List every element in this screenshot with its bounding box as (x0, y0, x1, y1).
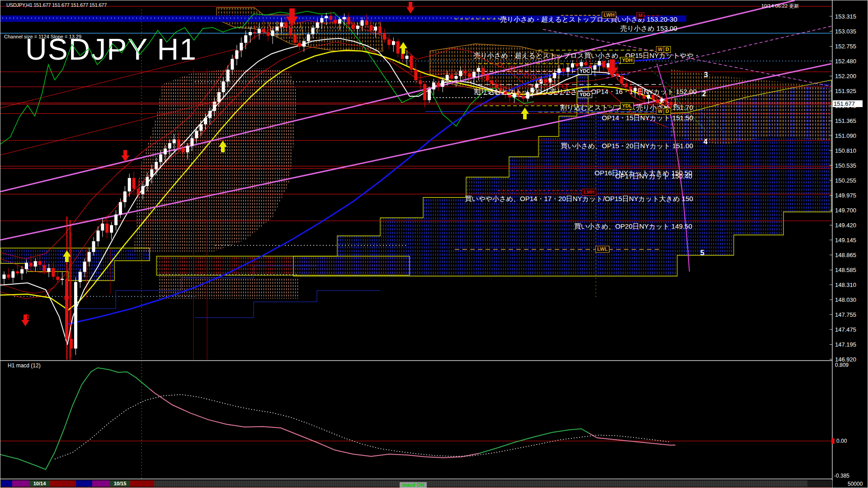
candle (302, 41, 306, 47)
candle (244, 35, 247, 43)
candle (217, 92, 221, 102)
candle (508, 95, 511, 98)
candle (177, 139, 180, 148)
candle (383, 33, 386, 39)
candle (629, 87, 632, 91)
candle (625, 84, 628, 87)
candle (16, 271, 19, 273)
candle (34, 261, 37, 267)
candle (419, 80, 422, 84)
candle (486, 75, 489, 80)
candle (369, 25, 373, 31)
candle (231, 59, 234, 70)
macd-toggle-button[interactable]: macd ON (400, 482, 427, 488)
candle (208, 111, 212, 118)
candle (638, 88, 641, 96)
candle (65, 279, 68, 339)
candle (29, 263, 33, 266)
candle (132, 178, 136, 189)
candle (280, 23, 283, 27)
mt4-chart-window[interactable]: USDJPY H1 Channel size = 1124 Slope = 13… (0, 0, 868, 488)
candle (633, 88, 637, 91)
candle (101, 224, 104, 230)
candle (173, 139, 176, 143)
ichimoku-cloud (159, 276, 299, 299)
candle (495, 84, 498, 88)
sell-arrow-icon (21, 314, 29, 326)
candle (293, 35, 297, 43)
candle (454, 76, 458, 79)
candle (307, 34, 310, 41)
candle (378, 27, 382, 33)
candle (647, 95, 650, 99)
candle (164, 149, 167, 155)
candle (414, 70, 417, 80)
candle (459, 71, 462, 76)
candle (602, 61, 605, 67)
candle (114, 215, 118, 225)
candle (74, 282, 77, 348)
candle (3, 275, 6, 279)
candle (593, 66, 596, 70)
candle (441, 80, 444, 87)
candle (361, 20, 364, 26)
candle (204, 118, 207, 124)
candle (240, 43, 243, 51)
candle (585, 62, 588, 66)
candle (446, 75, 449, 80)
candle (374, 27, 377, 30)
candle (52, 268, 55, 277)
candle (56, 277, 59, 280)
candle (338, 19, 341, 24)
candle (396, 41, 400, 53)
candle (271, 31, 274, 36)
candle (513, 93, 516, 98)
candle (141, 186, 144, 194)
candle (222, 81, 225, 92)
candle (535, 84, 538, 88)
candle (352, 24, 355, 29)
candle (406, 56, 409, 59)
candle (88, 252, 91, 262)
candle (262, 29, 265, 32)
chart-canvas[interactable] (0, 0, 868, 488)
candle (642, 95, 646, 99)
candle (607, 63, 610, 68)
candle (25, 263, 28, 269)
candle (226, 70, 230, 81)
candle (253, 32, 256, 33)
candle (562, 69, 565, 72)
candle (38, 261, 42, 265)
candle (199, 124, 203, 131)
candle (423, 84, 426, 100)
candle (235, 50, 238, 59)
candle (616, 73, 619, 76)
sell-arrow-icon (121, 150, 129, 162)
candle (620, 76, 623, 84)
candle (159, 155, 162, 162)
candle (571, 63, 574, 68)
candle (267, 32, 270, 36)
buy-arrow-icon (521, 108, 529, 119)
candle (437, 83, 440, 87)
candle (491, 80, 494, 84)
candle (553, 73, 556, 78)
candle (258, 29, 261, 33)
candle (334, 20, 337, 23)
candle (463, 71, 467, 74)
candle (128, 178, 131, 192)
candle (526, 92, 529, 99)
candle (61, 279, 64, 280)
candle (298, 43, 301, 47)
ichimoku-cloud (0, 248, 150, 281)
candle (522, 97, 525, 99)
candle (79, 272, 82, 282)
candle (190, 138, 193, 146)
candle (320, 18, 323, 23)
candle (504, 91, 507, 95)
candle (92, 241, 95, 252)
candle (598, 61, 601, 66)
candle (146, 177, 149, 186)
candle (651, 95, 655, 100)
candle (392, 41, 395, 45)
